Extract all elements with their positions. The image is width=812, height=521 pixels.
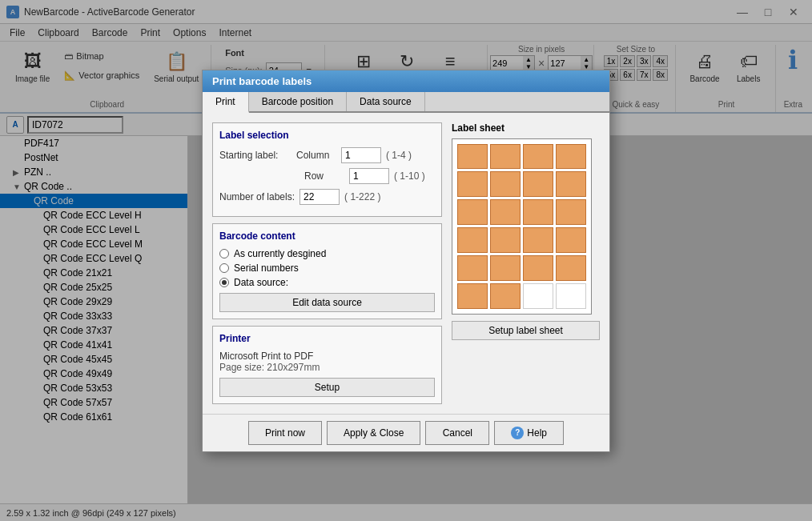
label-sheet-grid — [452, 138, 592, 315]
radio-serial[interactable]: Serial numbers — [219, 263, 435, 274]
label-cell-10 — [523, 199, 553, 225]
barcode-content-options: As currently desgined Serial numbers Dat… — [219, 248, 435, 288]
label-cell-16 — [457, 255, 488, 281]
printer-title: Printer — [219, 333, 435, 344]
barcode-content-section: Barcode content As currently desgined Se… — [212, 223, 442, 319]
print-barcode-modal: Print barcode labels Print Barcode posit… — [202, 70, 610, 452]
printer-section: Printer Microsoft Print to PDF Page size… — [212, 326, 442, 404]
modal-body: Label selection Starting label: Column (… — [203, 113, 609, 414]
label-cell-1 — [490, 144, 521, 170]
barcode-content-title: Barcode content — [219, 230, 435, 242]
help-icon: ? — [511, 427, 524, 439]
modal-left-panel: Label selection Starting label: Column (… — [212, 122, 442, 404]
setup-label-sheet-button[interactable]: Setup label sheet — [452, 321, 600, 340]
modal-tabs: Print Barcode position Data source — [203, 92, 609, 113]
label-cell-3 — [556, 144, 586, 170]
modal-right-panel: Label sheet Setup label sheet — [452, 122, 600, 404]
modal-overlay: Print barcode labels Print Barcode posit… — [0, 0, 812, 521]
printer-setup-button[interactable]: Setup — [219, 378, 435, 397]
radio-as-designed-label: As currently desgined — [234, 248, 326, 259]
cancel-button[interactable]: Cancel — [425, 421, 489, 445]
help-label: Help — [527, 427, 547, 439]
modal-footer: Print now Apply & Close Cancel ? Help — [203, 414, 609, 451]
help-button[interactable]: ? Help — [494, 421, 564, 445]
starting-label-label: Starting label: — [219, 150, 291, 161]
column-input[interactable] — [341, 147, 381, 163]
label-cell-5 — [490, 171, 521, 197]
label-cell-21 — [490, 283, 521, 309]
row-label: Row — [304, 170, 344, 182]
tab-barcode-position[interactable]: Barcode position — [249, 92, 347, 111]
num-labels-label: Number of labels: — [219, 191, 295, 202]
label-cell-17 — [490, 255, 521, 281]
radio-serial-label: Serial numbers — [234, 263, 299, 274]
num-labels-range: ( 1-222 ) — [344, 191, 380, 202]
label-selection-title: Label selection — [219, 130, 435, 141]
label-cell-19 — [556, 255, 586, 281]
label-cell-22 — [523, 283, 553, 309]
label-cell-7 — [556, 171, 586, 197]
label-cell-4 — [457, 171, 488, 197]
label-cell-9 — [490, 199, 521, 225]
printer-name: Microsoft Print to PDF — [219, 351, 435, 362]
radio-as-designed[interactable]: As currently desgined — [219, 248, 435, 259]
radio-as-designed-dot — [219, 249, 229, 258]
radio-datasource-label: Data source: — [234, 277, 288, 288]
printer-page-size: Page size: 210x297mm — [219, 362, 435, 373]
row-range: ( 1-10 ) — [394, 170, 425, 182]
column-label: Column — [296, 150, 336, 161]
label-cell-2 — [523, 144, 553, 170]
label-cell-8 — [457, 199, 488, 225]
label-cell-20 — [457, 283, 488, 309]
apply-close-button[interactable]: Apply & Close — [327, 421, 420, 445]
label-cell-14 — [523, 227, 553, 253]
num-labels-row: Number of labels: ( 1-222 ) — [219, 189, 435, 205]
radio-serial-dot — [219, 263, 229, 273]
radio-datasource-dot — [219, 278, 229, 287]
modal-title: Print barcode labels — [203, 70, 609, 92]
row-input-row: Row ( 1-10 ) — [219, 168, 435, 184]
label-cell-6 — [523, 171, 553, 197]
label-cell-23 — [556, 283, 586, 309]
label-cell-12 — [457, 227, 488, 253]
tab-data-source[interactable]: Data source — [347, 92, 425, 111]
tab-print[interactable]: Print — [203, 92, 249, 113]
label-cell-18 — [523, 255, 553, 281]
starting-label-row: Starting label: Column ( 1-4 ) — [219, 147, 435, 163]
radio-datasource[interactable]: Data source: — [219, 277, 435, 288]
column-range: ( 1-4 ) — [386, 150, 412, 161]
label-cell-0 — [457, 144, 488, 170]
edit-data-source-button[interactable]: Edit data source — [219, 293, 435, 312]
label-cell-11 — [556, 199, 586, 225]
label-cell-15 — [556, 227, 586, 253]
label-cell-13 — [490, 227, 521, 253]
row-input[interactable] — [349, 168, 389, 184]
print-now-button[interactable]: Print now — [248, 421, 322, 445]
num-labels-input[interactable] — [299, 189, 340, 205]
label-sheet-title: Label sheet — [452, 122, 600, 134]
label-selection-section: Label selection Starting label: Column (… — [212, 122, 442, 217]
